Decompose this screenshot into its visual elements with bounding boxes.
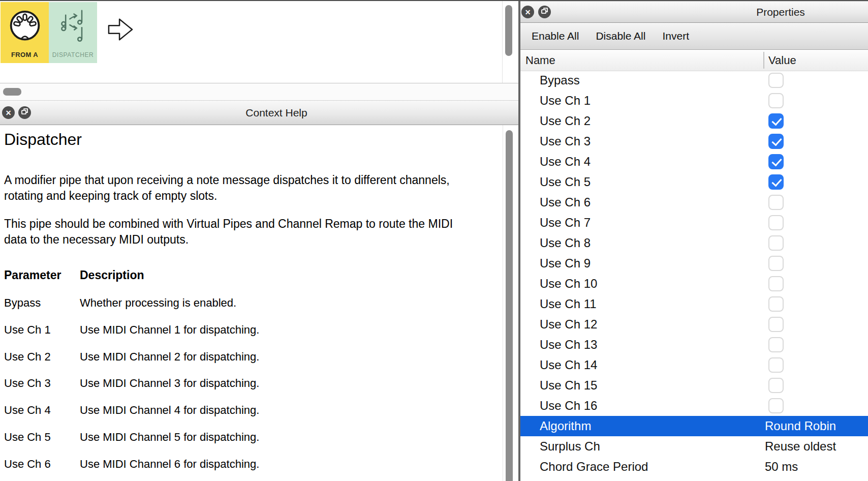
property-row[interactable]: Use Ch 12: [520, 314, 868, 335]
property-name: Use Ch 12: [540, 314, 597, 335]
property-row[interactable]: Use Ch 1: [520, 91, 868, 111]
app-window: FROM A: [0, 0, 868, 481]
pipe-canvas[interactable]: FROM A: [0, 1, 518, 83]
parameter-cell: Use Ch 6: [4, 458, 51, 471]
property-value: Round Robin: [765, 416, 836, 436]
parameter-cell: Use Ch 2: [4, 350, 51, 364]
dispatcher-notes-icon: [54, 5, 92, 47]
properties-table: BypassUse Ch 1Use Ch 2Use Ch 3Use Ch 4Us…: [520, 1, 868, 481]
property-name: Use Ch 15: [540, 375, 597, 396]
property-name: Algorithm: [540, 416, 591, 436]
close-button[interactable]: ✕: [2, 106, 15, 119]
property-row[interactable]: Use Ch 4: [520, 152, 868, 172]
description-cell: Use MIDI Channel 5 for dispatching.: [80, 431, 259, 444]
parameter-cell: Use Ch 1: [4, 323, 51, 337]
property-row[interactable]: Use Ch 2: [520, 111, 868, 131]
property-name: Use Ch 7: [540, 213, 591, 233]
context-help-title: Context Help: [245, 107, 307, 119]
property-row[interactable]: Use Ch 13: [520, 335, 868, 355]
checkbox-unchecked[interactable]: [768, 93, 784, 108]
property-row[interactable]: Use Ch 14: [520, 355, 868, 375]
midi-din-icon: [6, 5, 44, 46]
checkbox-unchecked[interactable]: [768, 296, 784, 312]
property-name: Use Ch 6: [540, 192, 591, 213]
description-cell: Description: [80, 268, 144, 282]
property-name: Use Ch 16: [540, 396, 597, 416]
checkbox-checked[interactable]: [768, 134, 784, 149]
undock-icon: [21, 108, 28, 117]
property-value: Reuse oldest: [765, 436, 836, 457]
property-row[interactable]: Use Ch 11: [520, 294, 868, 314]
help-paragraph: This pipe should be combined with Virtua…: [4, 216, 468, 248]
left-column: FROM A: [0, 1, 518, 481]
checkbox-checked[interactable]: [768, 113, 784, 129]
checkbox-unchecked[interactable]: [768, 235, 784, 251]
checkbox-unchecked[interactable]: [768, 256, 784, 271]
parameter-cell: Parameter: [4, 268, 61, 282]
property-row[interactable]: Use Ch 7: [520, 213, 868, 233]
property-row[interactable]: Use Ch 15: [520, 375, 868, 396]
property-row[interactable]: Chord Grace Period50 ms: [520, 457, 868, 477]
property-name: Use Ch 8: [540, 233, 591, 253]
canvas-horizontal-scrollbar[interactable]: [0, 83, 518, 100]
description-cell: Use MIDI Channel 1 for dispatching.: [80, 323, 259, 337]
parameter-cell: Use Ch 4: [4, 404, 51, 417]
property-name: Use Ch 11: [540, 294, 597, 314]
checkbox-unchecked[interactable]: [768, 398, 784, 413]
context-help-titlebar: ✕ Context Help: [0, 100, 518, 125]
help-vertical-scrollbar-thumb[interactable]: [506, 130, 513, 481]
property-name: Surplus Ch: [540, 436, 600, 457]
property-row[interactable]: Surplus ChReuse oldest: [520, 436, 868, 457]
parameter-cell: Bypass: [4, 296, 41, 310]
description-cell: Use MIDI Channel 2 for dispatching.: [80, 350, 259, 364]
close-icon: ✕: [6, 109, 12, 116]
description-cell: Whether processing is enabled.: [80, 296, 236, 310]
checkbox-unchecked[interactable]: [768, 276, 784, 291]
scrollbar-track-divider: [503, 125, 503, 481]
checkbox-unchecked[interactable]: [768, 317, 784, 332]
help-heading: Dispatcher: [4, 130, 82, 149]
checkbox-unchecked[interactable]: [768, 337, 784, 352]
property-name: Use Ch 2: [540, 111, 591, 131]
checkbox-unchecked[interactable]: [768, 357, 784, 373]
checkbox-unchecked[interactable]: [768, 215, 784, 230]
property-name: Use Ch 5: [540, 172, 591, 192]
checkbox-checked[interactable]: [768, 174, 784, 190]
property-name: Use Ch 13: [540, 335, 597, 355]
parameter-cell: Use Ch 5: [4, 431, 51, 444]
property-name: Use Ch 10: [540, 274, 597, 294]
property-row[interactable]: Use Ch 8: [520, 233, 868, 253]
property-name: Use Ch 1: [540, 91, 591, 111]
property-row[interactable]: Use Ch 10: [520, 274, 868, 294]
property-value: 50 ms: [765, 457, 798, 477]
canvas-vertical-scrollbar-thumb[interactable]: [505, 5, 512, 56]
checkbox-unchecked[interactable]: [768, 73, 784, 88]
property-name: Use Ch 4: [540, 152, 591, 172]
checkbox-checked[interactable]: [768, 154, 784, 169]
property-row[interactable]: AlgorithmRound Robin: [520, 416, 868, 436]
help-paragraph: A modifier pipe that upon receiving a no…: [4, 172, 468, 204]
pipe-dispatcher[interactable]: DISPATCHER: [49, 2, 97, 63]
property-row[interactable]: Bypass: [520, 70, 868, 91]
property-name: Use Ch 3: [540, 131, 591, 152]
flow-arrow-icon: [108, 17, 133, 44]
property-name: Chord Grace Period: [540, 457, 648, 477]
property-name: Use Ch 14: [540, 355, 597, 375]
pipe-from-a[interactable]: FROM A: [1, 2, 49, 63]
checkbox-unchecked[interactable]: [768, 378, 784, 393]
property-row[interactable]: Use Ch 5: [520, 172, 868, 192]
pipe-label: FROM A: [1, 51, 49, 58]
undock-button[interactable]: [18, 106, 31, 119]
property-row[interactable]: Use Ch 6: [520, 192, 868, 213]
context-help-content: Dispatcher A modifier pipe that upon rec…: [0, 125, 518, 481]
property-name: Bypass: [540, 70, 580, 91]
property-row[interactable]: Use Ch 9: [520, 253, 868, 274]
description-cell: Use MIDI Channel 6 for dispatching.: [80, 458, 259, 471]
checkbox-unchecked[interactable]: [768, 195, 784, 210]
property-row[interactable]: Use Ch 16: [520, 396, 868, 416]
canvas-horizontal-scrollbar-thumb[interactable]: [3, 88, 21, 96]
description-cell: Use MIDI Channel 3 for dispatching.: [80, 377, 259, 390]
scrollbar-track-divider: [502, 1, 503, 83]
property-name: Use Ch 9: [540, 253, 591, 274]
property-row[interactable]: Use Ch 3: [520, 131, 868, 152]
